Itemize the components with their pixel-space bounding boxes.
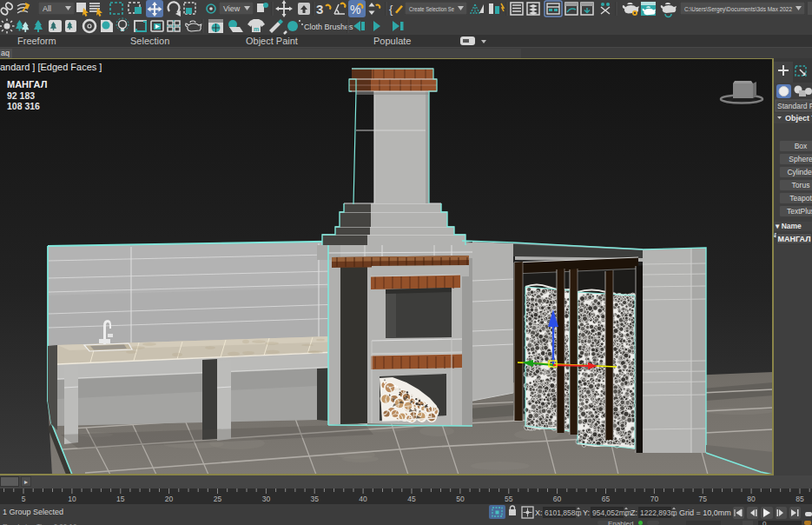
svg-text:85: 85: [795, 495, 804, 503]
svg-text:108 316: 108 316: [7, 101, 40, 111]
svg-text:30: 30: [262, 495, 271, 503]
svg-text:Y:: Y:: [583, 508, 590, 517]
svg-text:Z:: Z:: [630, 508, 637, 517]
svg-text:View: View: [223, 4, 241, 13]
svg-text:25: 25: [214, 495, 222, 503]
svg-text:15: 15: [116, 495, 125, 503]
svg-text:55: 55: [505, 495, 513, 503]
svg-text:{: {: [389, 3, 393, 16]
svg-text:Cloth Brushes: Cloth Brushes: [304, 23, 353, 31]
svg-text:5: 5: [22, 495, 26, 503]
svg-text:1222,893m: 1222,893m: [640, 508, 677, 517]
svg-text:10: 10: [68, 495, 76, 503]
svg-text:60: 60: [553, 495, 562, 503]
svg-text:andard ] [Edged Faces ]: andard ] [Edged Faces ]: [0, 62, 102, 72]
svg-text:All: All: [43, 4, 51, 13]
svg-text:75: 75: [698, 495, 707, 503]
svg-text:80: 80: [747, 495, 756, 503]
svg-text:m: m: [254, 26, 259, 32]
svg-text:954,052mm: 954,052mm: [592, 508, 631, 517]
svg-text:6101,858m: 6101,858m: [545, 508, 582, 517]
svg-text:92 183: 92 183: [7, 90, 35, 101]
svg-text:70: 70: [650, 495, 659, 503]
svg-text:50: 50: [456, 495, 465, 503]
svg-text:20: 20: [165, 495, 174, 503]
svg-text:35: 35: [310, 495, 319, 503]
svg-text:МАНГАЛ: МАНГАЛ: [7, 79, 47, 90]
svg-text:Grid = 10,0mm: Grid = 10,0mm: [679, 508, 731, 517]
svg-text:65: 65: [602, 495, 611, 503]
svg-text:X:: X:: [535, 508, 543, 517]
svg-text:Create Selection Se: Create Selection Se: [409, 5, 454, 13]
svg-text:C:\Users\Sergey\Documents\3ds: C:\Users\Sergey\Documents\3ds Max 2022: [684, 5, 792, 13]
svg-text:3: 3: [316, 2, 323, 17]
svg-text:45: 45: [407, 495, 416, 503]
svg-text:40: 40: [359, 495, 367, 503]
